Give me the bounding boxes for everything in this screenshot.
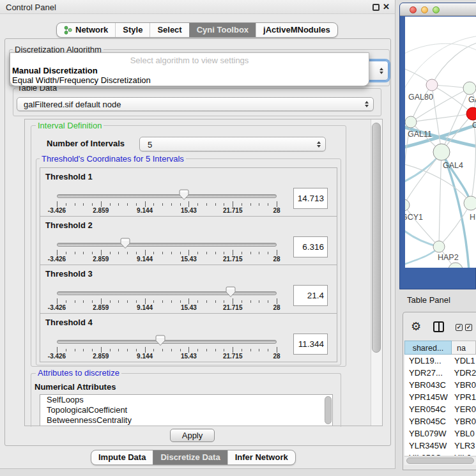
tab-select[interactable]: Select: [150, 23, 188, 37]
cell-shared-name[interactable]: YLR345W: [404, 440, 452, 452]
numerical-attributes-heading: Numerical Attributes: [35, 382, 116, 392]
table-row[interactable]: YPR145WYPR1: [404, 391, 476, 403]
cell-name[interactable]: YDL1: [452, 355, 475, 367]
network-edge[interactable]: [439, 152, 441, 247]
cell-shared-name[interactable]: YBR045C: [404, 415, 452, 427]
node-gcy1[interactable]: [405, 199, 410, 211]
cell-name[interactable]: YLR3: [452, 440, 475, 452]
hscrollbar-thumb[interactable]: [406, 457, 474, 464]
apply-button[interactable]: Apply: [170, 429, 215, 442]
tab-discretize-data[interactable]: Discretize Data: [153, 450, 227, 464]
slider-tick-label: 28: [273, 256, 280, 263]
network-edge[interactable]: [405, 43, 476, 55]
dropdown-placeholder-item[interactable]: Select algorithm to view settings: [10, 56, 369, 65]
threshold-value-field[interactable]: 14.713: [293, 188, 328, 209]
dropdown-item-equal-width-frequency[interactable]: Equal Width/Frequency Discretization: [12, 75, 151, 85]
tab-jactivemnodules[interactable]: jActiveMNodules: [256, 23, 337, 37]
checkbox-icon[interactable]: ✓: [465, 324, 472, 331]
close-traffic-light-icon[interactable]: [410, 6, 417, 13]
cell-shared-name[interactable]: YIL052C: [404, 452, 452, 456]
node-gal11[interactable]: [405, 116, 417, 128]
table-row[interactable]: YDR27...YDR2: [404, 367, 476, 379]
slider-tick: [233, 347, 233, 353]
close-icon[interactable]: ✕: [383, 2, 390, 12]
tab-infer-network[interactable]: Infer Network: [227, 450, 295, 464]
tab-network[interactable]: Network: [57, 23, 115, 37]
slider-tick: [250, 252, 251, 254]
slider-tick-label: 15.43: [181, 353, 197, 360]
table-row[interactable]: YIL052CYIL0: [404, 452, 476, 456]
slider-tick-label: 21.715: [223, 353, 243, 360]
node-hap2[interactable]: [433, 241, 445, 252]
node-gal4[interactable]: [433, 144, 450, 160]
slider-tick: [197, 252, 198, 254]
minimize-traffic-light-icon[interactable]: [421, 6, 428, 13]
network-edge[interactable]: [445, 159, 469, 268]
checkbox-icon[interactable]: ✓: [456, 324, 463, 331]
number-of-intervals-combobox[interactable]: 5: [139, 137, 326, 151]
cell-shared-name[interactable]: YBR043C: [404, 379, 452, 391]
threshold-value-field[interactable]: 11.344: [293, 334, 328, 355]
column-header-shared-name[interactable]: shared...: [404, 341, 452, 355]
node-selected[interactable]: [466, 107, 476, 120]
slider-tick: [277, 347, 277, 353]
table-row[interactable]: YLR345WYLR3: [404, 440, 476, 452]
list-scrollbar-thumb[interactable]: [325, 396, 332, 424]
slider-tick: [259, 252, 259, 254]
slider-tick: [127, 252, 128, 254]
cell-name[interactable]: YBL0: [452, 427, 475, 440]
column-header-name[interactable]: na: [452, 341, 476, 355]
slider-tick: [110, 252, 111, 254]
cell-name[interactable]: YER0: [452, 403, 476, 415]
table-row[interactable]: YER054CYER0: [404, 403, 476, 415]
network-edge[interactable]: [432, 42, 476, 85]
slider-tick: [242, 203, 242, 206]
desktop: Control Panel ✕ Network Style: [0, 0, 476, 476]
cell-shared-name[interactable]: YBL079W: [404, 427, 452, 440]
cell-shared-name[interactable]: YDL19...: [404, 355, 452, 367]
cell-name[interactable]: YDR2: [452, 367, 476, 379]
attribute-list-item[interactable]: TopologicalCoefficient: [40, 405, 332, 415]
zoom-traffic-light-icon[interactable]: [433, 6, 440, 13]
tab-cyni-toolbox[interactable]: Cyni Toolbox: [189, 23, 256, 37]
slider-tick: [101, 298, 102, 304]
network-edge[interactable]: [411, 85, 432, 122]
cell-shared-name[interactable]: YDR27...: [404, 367, 452, 379]
cell-name[interactable]: YBR0: [452, 415, 476, 427]
table-data-combobox[interactable]: galFiltered.sif default node: [17, 97, 374, 111]
table-row[interactable]: YBR043CYBR0: [404, 379, 476, 391]
slider-tick: [215, 349, 216, 351]
table-row[interactable]: YBR045CYBR0: [404, 415, 476, 427]
node[interactable]: [464, 196, 476, 210]
control-panel-titlebar[interactable]: Control Panel ✕: [0, 0, 395, 14]
table-row[interactable]: YDL19...YDL1: [404, 355, 476, 367]
node-gal80[interactable]: [426, 79, 438, 91]
node[interactable]: [463, 82, 476, 95]
table-rows[interactable]: YDL19...YDL1YDR27...YDR2YBR043CYBR0YPR14…: [404, 355, 476, 456]
cell-name[interactable]: YPR1: [452, 391, 476, 403]
slider-tick: [242, 349, 242, 351]
threshold-value-field[interactable]: 21.4: [293, 285, 328, 306]
node-label: H: [470, 213, 475, 222]
attribute-list-item[interactable]: BetweennessCentrality: [40, 415, 332, 426]
numerical-attributes-list[interactable]: SelfLoopsTopologicalCoefficientBetweenne…: [40, 394, 333, 426]
float-window-icon[interactable]: [372, 4, 380, 11]
gear-icon[interactable]: ⚙: [411, 319, 421, 334]
network-canvas[interactable]: GAL80GALCGAL11GAL4GCY1HHAP2: [405, 17, 476, 268]
scrollbar-thumb[interactable]: [372, 123, 381, 353]
tab-impute-data[interactable]: Impute Data: [91, 450, 153, 464]
attribute-list-item[interactable]: SelfLoops: [40, 395, 332, 405]
column-layout-icon[interactable]: [433, 321, 444, 332]
network-edge[interactable]: [411, 114, 473, 122]
threshold-value-field[interactable]: 6.316: [293, 236, 328, 257]
cell-shared-name[interactable]: YPR145W: [404, 391, 452, 403]
dropdown-item-manual-discretization[interactable]: Manual Discretization: [12, 66, 98, 75]
cell-name[interactable]: YBR0: [452, 379, 476, 391]
cell-shared-name[interactable]: YER054C: [404, 403, 452, 415]
cell-name[interactable]: YIL0: [452, 452, 472, 456]
slider-tick: [136, 300, 137, 303]
tab-style[interactable]: Style: [115, 23, 150, 37]
tab-label: jActiveMNodules: [263, 25, 330, 35]
table-row[interactable]: YBL079WYBL0: [404, 427, 476, 440]
network-window-titlebar[interactable]: [400, 3, 476, 16]
